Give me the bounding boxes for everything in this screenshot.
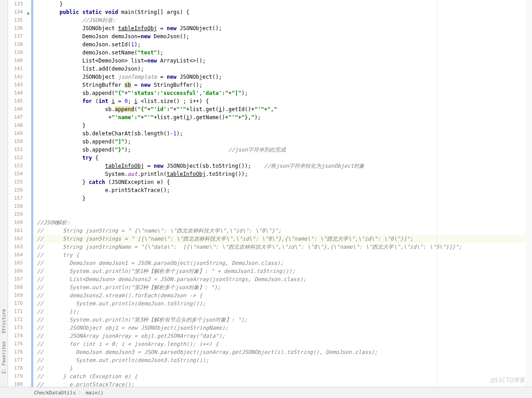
line-number[interactable]: 148 — [8, 121, 31, 130]
code-line[interactable]: e.printStackTrace(); — [33, 186, 532, 194]
code-line[interactable]: sb.deleteCharAt(sb.length()-1); — [33, 130, 532, 138]
line-number[interactable]: 163 — [8, 243, 31, 251]
code-line[interactable]: } — [33, 0, 532, 8]
code-line[interactable]: } catch (JSONException e) { — [33, 178, 532, 186]
line-number[interactable]: 149 — [8, 130, 31, 138]
line-number[interactable]: 170 — [8, 300, 31, 308]
code-line[interactable]: public static void main(String[] args) { — [33, 8, 532, 16]
line-number[interactable]: 179 — [8, 372, 31, 380]
line-number[interactable]: 161 — [8, 227, 31, 235]
code-line[interactable]: // String jsonStringName = "{\"data\": [… — [33, 243, 532, 251]
code-line[interactable]: //JSON封装: — [33, 16, 532, 24]
breadcrumb-method[interactable]: main() — [83, 390, 106, 396]
code-line[interactable]: // String jsonStrings = " [{\"name\": \"… — [33, 235, 532, 243]
code-line[interactable]: DemoJson demoJson=new DemoJson(); — [33, 32, 532, 40]
line-number[interactable]: 150 — [8, 138, 31, 146]
code-line[interactable]: +"'name':"+"'"+list.get(i).getName()+"'"… — [33, 113, 532, 121]
code-line[interactable]: demoJson.setName("test"); — [33, 49, 532, 57]
line-number[interactable]: 169 — [8, 291, 31, 300]
line-number[interactable]: 155 — [8, 178, 31, 186]
line-number[interactable]: 165 — [8, 259, 31, 267]
line-number[interactable]: 173 — [8, 324, 31, 332]
line-number[interactable]: 153 — [8, 162, 31, 170]
line-number[interactable]: 144 — [8, 89, 31, 97]
line-number[interactable]: 176 — [8, 348, 31, 356]
code-line[interactable]: // System.out.println("第2种【解析多个json对象】: … — [33, 283, 532, 291]
code-line[interactable]: // } — [33, 364, 532, 372]
code-line[interactable]: sb.append("}"); //json字符串到此完成 — [33, 146, 532, 154]
code-line[interactable]: StringBuffer sb = new StringBuffer(); — [33, 81, 532, 89]
code-line[interactable]: // List<DemoJson> demoJsons2 = JSON.pars… — [33, 275, 532, 283]
line-number[interactable]: 146 — [8, 105, 31, 113]
code-line[interactable]: demoJson.setId(1); — [33, 40, 532, 49]
line-number[interactable]: 141 — [8, 65, 31, 73]
code-line[interactable] — [33, 202, 532, 210]
code-line[interactable]: // e.printStackTrace(); — [33, 380, 532, 387]
code-line[interactable]: } — [33, 194, 532, 202]
line-number[interactable]: 167 — [8, 275, 31, 283]
code-line[interactable]: sb.append("{"+"'id':"+"'"+list.get(i).ge… — [33, 105, 532, 113]
line-number[interactable]: 180 — [8, 380, 31, 387]
code-line[interactable]: // DemoJson demoJson1 = JSON.parseObject… — [33, 259, 532, 267]
favorites-tab[interactable]: 2: Favorites — [0, 337, 8, 378]
line-number[interactable]: 142 — [8, 73, 31, 81]
structure-tab[interactable]: Structure — [0, 305, 8, 337]
line-number[interactable]: 164 — [8, 251, 31, 259]
line-number[interactable]: 156 — [8, 186, 31, 194]
line-number[interactable]: 178 — [8, 364, 31, 372]
code-line[interactable]: // System.out.println(demoJson.toString(… — [33, 300, 532, 308]
line-number[interactable]: 143 — [8, 81, 31, 89]
code-editor[interactable]: } public static void main(String[] args)… — [31, 0, 532, 387]
code-line[interactable]: // DemoJson demoJson3 = JSON.parseObject… — [33, 348, 532, 356]
code-line[interactable] — [33, 210, 532, 219]
line-number[interactable]: 160 — [8, 219, 31, 227]
code-line[interactable]: // JSONArray jsonArray = obj1.getJSONArr… — [33, 332, 532, 340]
code-line[interactable]: tableInfoObj = new JSONObject(sb.toStrin… — [33, 162, 532, 170]
line-number[interactable]: 152 — [8, 154, 31, 162]
code-line[interactable]: JSONObject tableInfoObj = new JSONObject… — [33, 24, 532, 32]
code-line[interactable]: sb.append("{"+"'status':'successful','da… — [33, 89, 532, 97]
code-line[interactable]: // demoJsons2.stream().forEach(demoJson … — [33, 291, 532, 300]
line-number[interactable]: 139 — [8, 49, 31, 57]
line-number[interactable]: 136 — [8, 24, 31, 32]
code-line[interactable]: } — [33, 121, 532, 130]
run-icon[interactable]: ▶ — [25, 9, 30, 15]
code-line[interactable]: // } catch (Exception e) { — [33, 372, 532, 380]
line-number[interactable]: 145 — [8, 97, 31, 105]
code-line[interactable]: // for (int i = 0; i < jsonArray.length(… — [33, 340, 532, 348]
code-line[interactable]: // try { — [33, 251, 532, 259]
line-number[interactable]: 134▶ — [8, 8, 31, 16]
line-number[interactable]: 138 — [8, 40, 31, 49]
code-line[interactable]: try { — [33, 154, 532, 162]
line-number[interactable]: 158 — [8, 202, 31, 210]
line-number[interactable]: 151 — [8, 146, 31, 154]
code-line[interactable]: // System.out.println("第1种【解析单个json对象】: … — [33, 267, 532, 275]
breadcrumb-class[interactable]: CheckDataUtils — [31, 390, 79, 396]
line-number[interactable]: 177 — [8, 356, 31, 364]
code-line[interactable]: JSONObject jsonTemplate = new JSONObject… — [33, 73, 532, 81]
line-number[interactable]: 159 — [8, 210, 31, 219]
line-number[interactable]: 135 — [8, 16, 31, 24]
code-line[interactable]: for (int i = 0; i <list.size() ; i++) { — [33, 97, 532, 105]
line-number[interactable]: 147 — [8, 113, 31, 121]
code-line[interactable]: //JSON解析: — [33, 219, 532, 227]
line-number[interactable]: 137 — [8, 32, 31, 40]
line-number[interactable]: 133 — [8, 0, 31, 8]
code-line[interactable]: // String jsonString = " {\"name\": \"西北… — [33, 227, 532, 235]
vertical-scrollbar[interactable] — [526, 0, 532, 387]
code-line[interactable]: list.add(demoJson); — [33, 65, 532, 73]
code-line[interactable]: // }); — [33, 308, 532, 316]
line-number[interactable]: 175 — [8, 340, 31, 348]
gutter[interactable]: 133134▶135136137138139140141142143144145… — [8, 0, 31, 387]
line-number[interactable]: 174 — [8, 332, 31, 340]
line-number[interactable]: 168 — [8, 283, 31, 291]
line-number[interactable]: 162 — [8, 235, 31, 243]
code-line[interactable]: // System.out.println("第3种【解析有节点头的多个json… — [33, 316, 532, 324]
line-number[interactable]: 154 — [8, 170, 31, 178]
code-line[interactable]: sb.append("]"); — [33, 138, 532, 146]
code-line[interactable]: // System.out.println(demoJson3.toString… — [33, 356, 532, 364]
code-line[interactable]: // JSONObject obj1 = new JSONObject(json… — [33, 324, 532, 332]
code-line[interactable]: List<DemoJson> list=new ArrayList<>(); — [33, 57, 532, 65]
code-line[interactable]: System.out.println(tableInfoObj.toString… — [33, 170, 532, 178]
line-number[interactable]: 157 — [8, 194, 31, 202]
